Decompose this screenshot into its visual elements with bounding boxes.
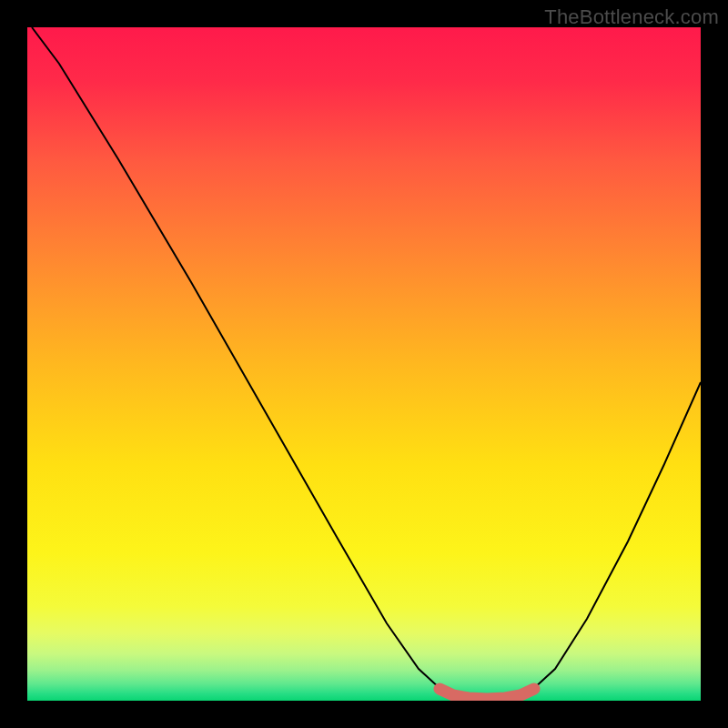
optimal-range-highlight (440, 689, 534, 699)
plot-area (27, 27, 701, 701)
watermark-text: TheBottleneck.com (544, 5, 719, 29)
chart-frame: TheBottleneck.com (0, 0, 728, 728)
curve-layer (27, 27, 701, 701)
bottleneck-curve (32, 27, 701, 699)
